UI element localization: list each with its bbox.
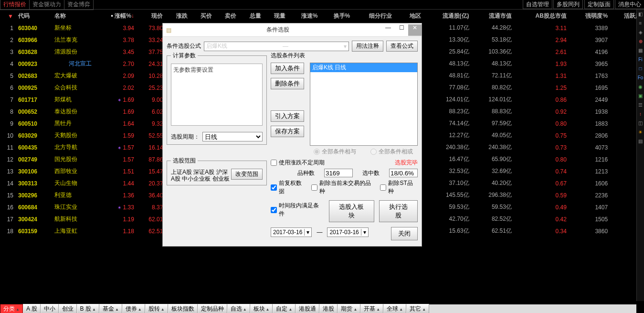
bottom-tab[interactable]: 期货▲ [338,304,360,313]
minimize-button[interactable]: — [381,24,395,36]
bottom-tab[interactable]: 全球▲ [383,304,406,313]
stock-code[interactable]: 000925 [16,82,52,93]
stock-code[interactable]: 603040 [16,22,52,33]
stock-name[interactable]: 众合科技 [53,82,94,93]
tool-icon[interactable]: ◫ [638,120,644,126]
col-cur[interactable]: 现量 [264,11,287,22]
stock-name[interactable]: 法兰泰克 [53,34,94,45]
col-code[interactable]: 代码 [16,11,52,22]
stock-code[interactable]: 603029 [16,130,52,141]
stock-name[interactable]: 天山生物 [53,178,94,189]
radio-or[interactable]: 全部条件相或 [370,148,413,156]
date2-select[interactable]: 2017-03-16▾ [327,227,368,237]
col-vol[interactable]: 总量 [239,11,263,22]
col-mv2[interactable]: AB股总市值 [515,11,569,22]
stock-code[interactable]: 600435 [16,142,52,153]
bottom-tab[interactable]: 基金▲ [99,304,122,313]
stock-code[interactable]: 300313 [16,178,52,189]
stock-name[interactable]: 航新科技 [53,214,94,225]
tool-icon[interactable]: ☰ [638,102,644,108]
tool-icon[interactable]: ↕ [638,111,644,117]
bottom-tab[interactable]: 开基▲ [360,304,383,313]
change-range-button[interactable]: 改变范围 [231,169,263,180]
bottom-tab[interactable]: 港股通 [296,304,319,313]
close-button[interactable]: ✕ [408,24,422,36]
stock-code[interactable]: 002683 [16,70,52,81]
usage-button[interactable]: 用法注释 [352,41,383,52]
bottom-tab[interactable]: 港股 [319,304,338,313]
top-tab[interactable]: 资金驱动力 [29,0,64,10]
col-float[interactable]: 流通股(亿) [424,11,471,22]
col-name[interactable]: 名称 [53,11,94,22]
top-tab[interactable]: 行情报价 [0,0,30,10]
col-buy[interactable]: 买价 [190,11,214,22]
sort-arrow-icon[interactable]: ▼ [8,13,13,20]
stock-name[interactable]: 西部牧业 [53,166,94,177]
col-sell[interactable]: 卖价 [215,11,238,22]
top-tab[interactable]: 自选管理 [523,0,552,9]
cond-list[interactable]: 启爆K线 日线 [310,63,418,146]
stock-name[interactable]: 新坐标 [53,22,94,33]
tool-icon[interactable]: ☀ [638,130,644,135]
top-tab[interactable]: 多股同列 [553,0,583,9]
rm2-checkbox[interactable]: 剔除ST品种 [380,179,418,195]
stock-name[interactable]: 利亚德 [53,190,94,201]
bottom-tab[interactable]: 自定▲ [273,304,296,313]
fq-checkbox[interactable]: 前复权数据 [271,179,306,195]
tool-icon[interactable]: □ [638,66,644,72]
stock-code[interactable]: 300424 [16,214,52,225]
stock-code[interactable]: 000652 [16,106,52,117]
no-period-checkbox[interactable]: 使用涨跌不定周期 [271,159,325,167]
bottom-tab[interactable]: 分类▲ [0,304,23,313]
bottom-tab[interactable]: 板块指数 [168,304,198,313]
stock-name[interactable]: 天鹅股份 [53,130,94,141]
bottom-tab[interactable]: 股转▲ [145,304,168,313]
stock-name[interactable]: 上海亚虹 [53,226,94,237]
col-chg[interactable]: • 涨幅%↓ [95,11,136,22]
cond-list-item[interactable]: 启爆K线 日线 [310,63,417,72]
col-industry[interactable]: 细分行业 [353,11,394,22]
view-formula-button[interactable]: 查看公式 [386,41,418,52]
tool-icon[interactable]: ▤ [638,139,644,144]
stock-name[interactable]: 国光股份 [53,154,94,165]
formula-combo[interactable]: 启爆K线 — ▾ [204,42,349,51]
stock-code[interactable]: 601717 [16,94,52,105]
stock-code[interactable]: 300106 [16,166,52,177]
exec-button[interactable]: 执行选股 [379,200,418,222]
stock-code[interactable]: 300296 [16,190,52,201]
stock-code[interactable]: 603628 [16,46,52,57]
rm1-checkbox[interactable]: 剔除当前未交易的品种 [311,179,375,195]
stock-code[interactable]: 603966 [16,34,52,45]
col-speed[interactable]: 涨速% [288,11,320,22]
top-tab[interactable]: 资金博弈 [64,0,94,10]
import-plan-button[interactable]: 引入方案 [271,110,304,122]
stock-code[interactable]: 603159 [16,226,52,237]
time-checkbox[interactable]: 时间段内满足条件 [271,202,324,218]
stock-name[interactable]: 北方导航 [53,142,94,153]
stock-code[interactable]: 600510 [16,118,52,129]
stock-code[interactable]: 002749 [16,154,52,165]
del-cond-button[interactable]: 删除条件 [271,78,304,89]
tool-icon[interactable]: ◈ [638,30,644,35]
stock-name[interactable]: 珠江实业 [53,202,94,213]
tool-icon[interactable]: ◧ [638,11,644,17]
col-region[interactable]: 地区 [395,11,423,22]
tool-icon[interactable]: ▣ [638,93,644,99]
col-mv1[interactable]: 流通市值 [472,11,514,22]
close-dialog-button[interactable]: 关闭 [391,227,418,240]
tool-icon[interactable]: ≡ [638,21,644,26]
stock-name[interactable]: 宏大爆破 [53,70,94,81]
maximize-button[interactable]: ☐ [395,24,408,36]
tool-icon[interactable]: ⊕ [638,39,644,44]
col-diff[interactable]: 涨跌 [166,11,189,22]
col-turn[interactable]: 换手% [321,11,352,22]
bottom-tab[interactable]: 债券▲ [122,304,145,313]
period-select[interactable]: 日线 [202,132,263,141]
col-price[interactable]: 现价 [137,11,165,22]
tool-icon[interactable]: Fo [638,75,644,81]
top-tab[interactable]: 消息中心 [615,0,644,9]
stock-name[interactable]: 泰达股份 [53,106,94,117]
bottom-tab[interactable]: 创业 [59,304,77,313]
stock-name[interactable]: 黑牡丹 [53,118,94,129]
tool-icon[interactable]: ▦ [638,48,644,54]
